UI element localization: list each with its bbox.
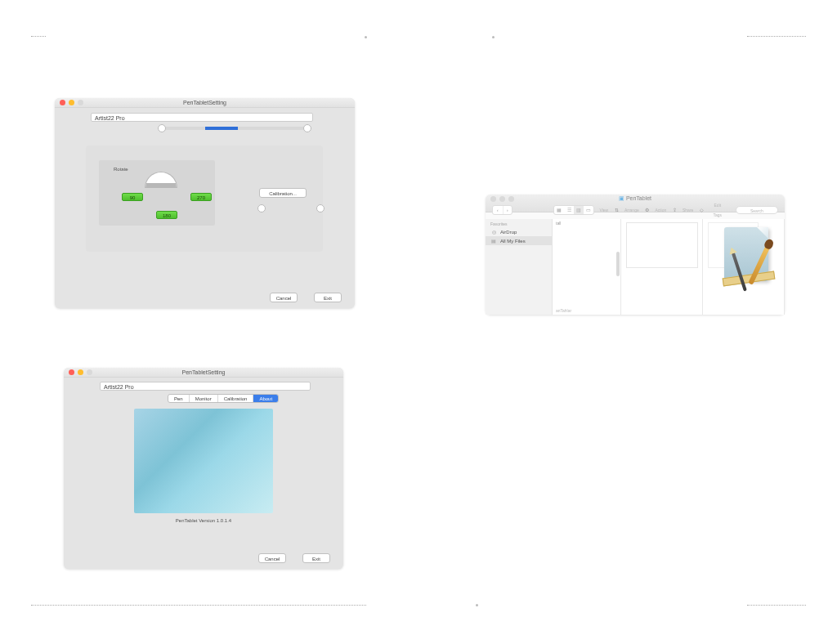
scrollbar-thumb[interactable] (616, 252, 620, 276)
search-input[interactable]: Search (736, 206, 778, 214)
list-item[interactable]: anTahlar (556, 308, 571, 313)
tab-monitor[interactable]: Monitor (190, 395, 218, 402)
exit-button[interactable]: Exit (302, 553, 330, 563)
toolbar-label-action: Action (655, 205, 666, 215)
bottom-divider (0, 605, 837, 606)
window-titlebar: ▣ PenTablet ‹ › ▦ ☰ ▥ ▭ View ⇅ Arrange ⚙… (486, 195, 785, 212)
window-controls[interactable] (69, 369, 92, 375)
window-titlebar: PenTabletSetting (64, 368, 343, 378)
top-divider (0, 36, 837, 37)
rotate-box: Rotate 90 270 180 (99, 160, 215, 226)
cancel-button[interactable]: Cancel (270, 293, 298, 302)
toolbar-label-share: Share (683, 205, 693, 215)
zoom-icon[interactable] (87, 369, 92, 375)
view-switcher[interactable]: ▦ ☰ ▥ ▭ (553, 205, 594, 215)
all-files-icon: ▤ (490, 238, 497, 244)
finder-column-2[interactable] (621, 219, 703, 315)
pentablet-settings-rotate-window: PenTabletSetting Artist22 Pro Rotate 90 … (55, 98, 355, 308)
view-gallery-icon[interactable]: ▭ (584, 206, 593, 214)
view-icon-icon[interactable]: ▦ (554, 206, 564, 214)
close-icon[interactable] (69, 369, 74, 375)
back-icon[interactable]: ‹ (493, 206, 503, 214)
slider-knob-icon[interactable] (257, 204, 266, 212)
device-dropdown[interactable]: Artist22 Pro (100, 382, 311, 391)
toolbar-label-view: View (599, 205, 608, 215)
close-icon[interactable] (60, 100, 65, 105)
pressure-slider[interactable] (161, 127, 308, 130)
slider-handle-right[interactable] (303, 124, 311, 132)
view-list-icon[interactable]: ☰ (564, 206, 574, 214)
window-titlebar: PenTabletSetting (55, 98, 355, 108)
tab-about[interactable]: About (253, 395, 278, 402)
finder-sidebar: Favorites ◎ AirDrop ▤ All My Files (486, 219, 553, 315)
calibration-button[interactable]: Calibration... (259, 188, 307, 198)
sidebar-header: Favorites (486, 219, 552, 227)
zoom-icon[interactable] (78, 100, 83, 105)
top-divider-dot (365, 36, 367, 38)
finder-column-1[interactable]: tall anTahlar (553, 219, 621, 315)
window-title: PenTabletSetting (182, 369, 226, 375)
rotate-270-button[interactable]: 270 (190, 193, 212, 201)
sidebar-item-all-my-files[interactable]: ▤ All My Files (486, 236, 552, 245)
toolbar-label-tags: Edit Tags (709, 200, 726, 220)
folder-icon: ▣ (619, 195, 624, 201)
window-controls[interactable] (60, 100, 83, 105)
top-divider-dot (492, 36, 495, 38)
rotate-dial-icon (145, 172, 177, 188)
minimize-icon[interactable] (78, 369, 83, 375)
rotate-180-button[interactable]: 180 (156, 211, 177, 219)
toolbar-label-arrange: Arrange (624, 205, 639, 215)
finder-toolbar: ‹ › ▦ ☰ ▥ ▭ View ⇅ Arrange ⚙ Action ⇪ Sh… (486, 203, 785, 217)
slider-knob-icon[interactable] (316, 204, 325, 212)
view-column-icon[interactable]: ▥ (574, 206, 584, 214)
tab-pen[interactable]: Pen (168, 395, 190, 402)
airdrop-icon: ◎ (490, 229, 497, 235)
list-item[interactable]: tall (556, 221, 561, 226)
tab-calibration[interactable]: Calibration (218, 395, 254, 402)
version-label: PenTablet Version 1.0.1.4 (64, 518, 343, 523)
exit-button[interactable]: Exit (314, 293, 342, 302)
tab-bar: Pen Monitor Calibration About (168, 394, 279, 403)
finder-title: ▣ PenTablet (486, 195, 785, 203)
cancel-button[interactable]: Cancel (258, 553, 286, 563)
pentablet-settings-about-window: PenTabletSetting Artist22 Pro Pen Monito… (64, 368, 343, 569)
device-dropdown[interactable]: Artist22 Pro (91, 113, 313, 122)
pentablet-app-icon[interactable] (719, 227, 781, 299)
forward-icon[interactable]: › (503, 206, 512, 214)
tags-icon[interactable]: ◇ (698, 205, 705, 215)
about-preview-image (134, 409, 273, 513)
nav-back-forward[interactable]: ‹ › (492, 205, 512, 215)
rotate-panel: Rotate 90 270 180 Calibration... (86, 145, 323, 252)
file-preview-icon[interactable] (626, 222, 698, 268)
sidebar-item-airdrop[interactable]: ◎ AirDrop (486, 227, 552, 236)
arrange-icon[interactable]: ⇅ (613, 205, 620, 215)
rotate-90-button[interactable]: 90 (122, 193, 143, 201)
share-icon[interactable]: ⇪ (671, 205, 678, 215)
slider-handle-left[interactable] (158, 124, 166, 132)
window-title: PenTabletSetting (183, 100, 226, 105)
action-icon[interactable]: ⚙ (644, 205, 651, 215)
minimize-icon[interactable] (69, 100, 74, 105)
rotate-label: Rotate (114, 167, 128, 172)
